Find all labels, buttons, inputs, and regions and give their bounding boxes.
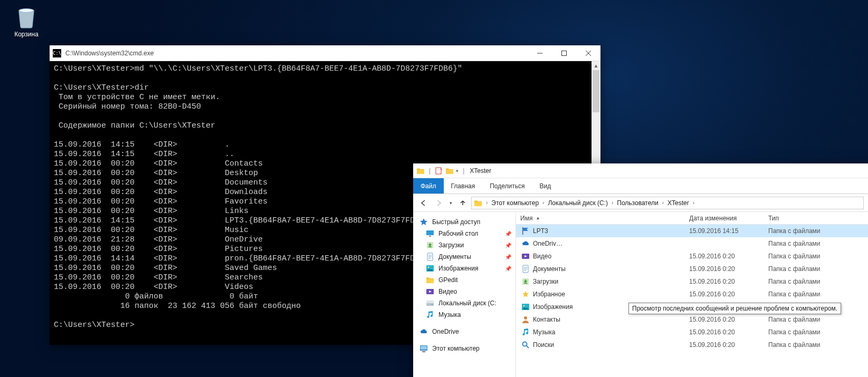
scroll-thumb[interactable] [593, 70, 599, 112]
folder-icon[interactable] [445, 167, 454, 175]
file-name: LPT3 [533, 227, 548, 235]
file-list: Имя ▲ Дата изменения Тип LPT3 15.09.2016… [516, 212, 868, 377]
sidebar-this-pc[interactable]: Этот компьютер [413, 343, 516, 354]
pictures-icon [426, 264, 434, 273]
sidebar-item[interactable]: Локальный диск (C: [413, 297, 516, 309]
table-row[interactable]: Музыка 15.09.2016 0:20 Папка с файлами [516, 326, 868, 339]
ribbon: Файл Главная Поделиться Вид [413, 178, 868, 194]
file-date: 15.09.2016 0:20 [685, 328, 764, 336]
crumb[interactable]: Этот компьютер [490, 199, 540, 207]
onedrive-icon [419, 327, 428, 336]
pin-icon: 📌 [505, 254, 511, 260]
sidebar: Быстрый доступ Рабочий стол 📌 Загрузки 📌… [413, 212, 516, 377]
file-type: Папка с файлами [764, 291, 868, 298]
qat-dropdown-icon[interactable]: ▾ [456, 168, 459, 173]
sidebar-item-label: Этот компьютер [432, 345, 480, 352]
disk-icon [426, 299, 434, 307]
svg-point-16 [19, 9, 34, 13]
close-button[interactable] [576, 45, 600, 61]
table-row[interactable]: Загрузки 15.09.2016 0:20 Папка с файлами [516, 275, 868, 288]
breadcrumb[interactable]: › Этот компьютер › Локальный диск (C:) ›… [471, 197, 864, 209]
sidebar-quick-access[interactable]: Быстрый доступ [413, 216, 516, 228]
video-icon [426, 287, 434, 296]
table-row[interactable]: Избранное 15.09.2016 0:20 Папка с файлам… [516, 288, 868, 301]
col-name[interactable]: Имя ▲ [516, 215, 685, 222]
chevron-right-icon[interactable]: › [661, 200, 665, 206]
table-row[interactable]: Документы 15.09.2016 0:20 Папка с файлам… [516, 263, 868, 275]
minimize-button[interactable] [528, 45, 552, 61]
cmd-titlebar[interactable]: C:\ C:\Windows\system32\cmd.exe [50, 45, 600, 61]
onedrive-icon [521, 239, 530, 248]
col-date[interactable]: Дата изменения [685, 215, 764, 222]
sidebar-item-label: Локальный диск (C: [438, 299, 497, 307]
sidebar-item[interactable]: Видео [413, 286, 516, 297]
sidebar-onedrive[interactable]: OneDrive [413, 326, 516, 337]
chevron-right-icon[interactable]: › [691, 200, 696, 206]
sidebar-item[interactable]: GPedit [413, 274, 516, 286]
search-icon [521, 341, 530, 349]
chevron-right-icon[interactable]: › [541, 200, 546, 206]
table-row[interactable]: LPT3 15.09.2016 14:15 Папка с файлами [516, 225, 868, 237]
tooltip: Просмотр последних сообщений и решение п… [628, 303, 841, 314]
file-date: 15.09.2016 0:20 [685, 291, 764, 298]
file-name: Видео [533, 253, 551, 260]
explorer-titlebar[interactable]: | ▾ | XTester [413, 163, 868, 178]
scroll-up-icon[interactable]: ▲ [592, 61, 600, 70]
music-icon [521, 328, 530, 336]
sidebar-item-label: Документы [438, 253, 471, 260]
back-button[interactable] [417, 197, 430, 209]
properties-icon[interactable] [435, 167, 443, 175]
sidebar-item[interactable]: Изображения 📌 [413, 263, 516, 274]
pictures-icon [521, 303, 530, 311]
tab-share[interactable]: Поделиться [482, 178, 532, 194]
file-date: 15.09.2016 0:20 [685, 278, 764, 285]
folder-icon [416, 167, 425, 175]
file-type: Папка с файлами [764, 316, 868, 323]
tab-file[interactable]: Файл [413, 178, 444, 194]
contacts-icon [521, 315, 530, 324]
file-type: Папка с файлами [764, 328, 868, 336]
table-row[interactable]: Видео 15.09.2016 0:20 Папка с файлами [516, 250, 868, 263]
crumb[interactable]: Пользователи [616, 199, 659, 207]
sidebar-item-label: Рабочий стол [438, 230, 478, 237]
sidebar-item[interactable]: Документы 📌 [413, 251, 516, 263]
column-headers: Имя ▲ Дата изменения Тип [516, 212, 868, 225]
flag-icon [521, 227, 530, 235]
up-button[interactable] [456, 197, 469, 209]
pin-icon: 📌 [505, 266, 511, 272]
sidebar-item[interactable]: Загрузки 📌 [413, 239, 516, 251]
file-name: Изображения [533, 303, 573, 311]
file-date: 15.09.2016 0:20 [685, 341, 764, 349]
table-row[interactable]: OneDriv… Папка с файлами [516, 237, 868, 250]
sidebar-item[interactable]: Музыка [413, 309, 516, 321]
recent-dropdown[interactable]: ▾ [447, 197, 454, 209]
svg-rect-17 [562, 51, 567, 55]
tab-view[interactable]: Вид [532, 178, 558, 194]
pin-icon: 📌 [505, 231, 511, 237]
crumb[interactable]: Локальный диск (C:) [547, 199, 609, 207]
desktop-icon [426, 229, 434, 238]
chevron-right-icon[interactable]: › [610, 200, 615, 206]
file-type: Папка с файлами [764, 341, 868, 349]
col-type[interactable]: Тип [764, 215, 868, 222]
file-date: 15.09.2016 0:20 [685, 265, 764, 273]
documents-icon [426, 253, 434, 261]
recycle-bin[interactable]: Корзина [5, 4, 47, 38]
tab-home[interactable]: Главная [444, 178, 483, 194]
star-icon [419, 218, 428, 226]
table-row[interactable]: Контакты 15.09.2016 0:20 Папка с файлами [516, 313, 868, 326]
file-type: Папка с файлами [764, 278, 868, 285]
recycle-bin-label: Корзина [5, 31, 47, 38]
sidebar-item[interactable]: Рабочий стол 📌 [413, 228, 516, 239]
file-name: Музыка [533, 328, 555, 336]
file-date: 15.09.2016 0:20 [685, 253, 764, 260]
file-type: Папка с файлами [764, 253, 868, 260]
crumb[interactable]: XTester [666, 199, 690, 207]
forward-button[interactable] [432, 197, 445, 209]
monitor-icon [419, 344, 428, 353]
music-icon [426, 311, 434, 319]
chevron-right-icon[interactable]: › [484, 200, 489, 206]
downloads-icon [426, 241, 434, 249]
maximize-button[interactable] [552, 45, 576, 61]
table-row[interactable]: Поиски 15.09.2016 0:20 Папка с файлами [516, 339, 868, 351]
